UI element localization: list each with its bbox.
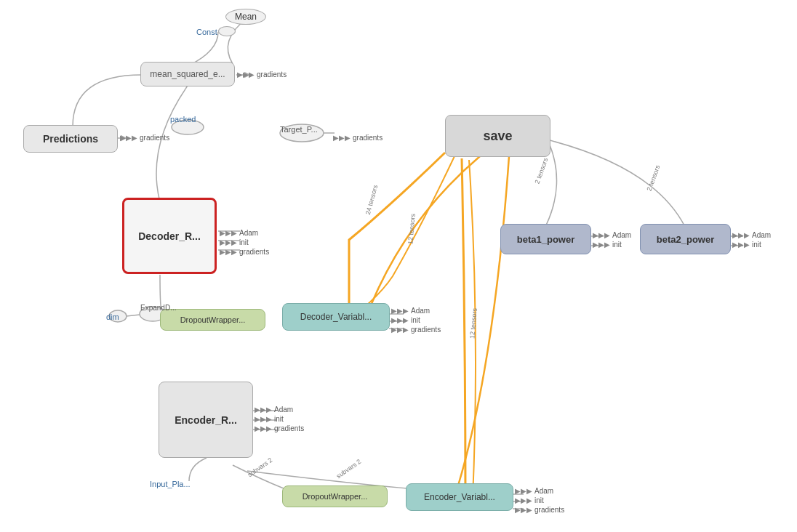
mean-squared-gradients: ▶▶▶ gradients	[237, 70, 287, 78]
save-node[interactable]: save	[445, 115, 550, 157]
edge-label-2tensors1: 2 tensors	[533, 157, 549, 185]
beta1-power-ports: ▶▶▶Adam ▶▶▶init	[593, 231, 631, 249]
edge-label-2tensors2: 2 tensors	[645, 164, 661, 192]
input-pla-label: Input_Pla...	[150, 480, 191, 488]
const-label: Const	[196, 28, 217, 36]
dropoutwrapper1-node[interactable]: DropoutWrapper...	[160, 309, 265, 331]
encoder-variabl-node[interactable]: Encoder_Variabl...	[406, 483, 513, 511]
edge-layer	[0, 0, 797, 532]
encoder-variabl-ports: ▶▶▶Adam ▶▶▶init ▶▶▶gradients	[515, 487, 564, 514]
expandd-label: ExpandD...	[140, 304, 176, 312]
predictions-node[interactable]: Predictions	[23, 125, 118, 153]
mean-node[interactable]: Mean	[225, 9, 266, 25]
decoder-variabl-node[interactable]: Decoder_Variabl...	[282, 303, 390, 331]
packed-label: packed	[170, 115, 196, 124]
target-gradients: ▶▶▶ gradients	[333, 134, 383, 142]
decoder-r-label: Decoder_R...	[138, 230, 201, 242]
edge-label-2tensors4: subvars 2	[335, 458, 363, 480]
decoder-r-ports: ▶▶▶Adam ▶▶▶init ▶▶▶gradients	[220, 229, 269, 256]
mean-label: Mean	[235, 12, 257, 22]
beta2-power-ports: ▶▶▶Adam ▶▶▶init	[732, 231, 771, 249]
const-ellipse	[218, 26, 236, 36]
edge-label-12tensors1: 12 tensors	[406, 214, 417, 245]
edge-label-2tensors3: subvars 2	[247, 456, 274, 479]
graph-canvas[interactable]: Mean Const mean_squared_e... ▶▶▶ gradien…	[0, 0, 797, 532]
encoder-r-node[interactable]: Encoder_R...	[159, 382, 253, 458]
predictions-gradients: ▶▶▶ gradients	[120, 134, 169, 142]
edge-label-24tensors: 24 tensors	[364, 184, 380, 215]
encoder-r-ports: ▶▶▶Adam ▶▶▶init ▶▶▶gradients	[255, 406, 304, 432]
decoder-variabl-ports: ▶▶▶Adam ▶▶▶init ▶▶▶gradients	[391, 307, 441, 334]
decoder-r-node[interactable]: Decoder_R...	[122, 198, 217, 274]
mean-squared-node[interactable]: mean_squared_e...	[140, 62, 235, 86]
beta1-power-node[interactable]: beta1_power	[500, 224, 591, 254]
dropoutwrapper2-node[interactable]: DropoutWrapper...	[282, 485, 388, 507]
dim-label: dim	[106, 313, 119, 321]
target-p-label: Target_P...	[280, 125, 318, 134]
beta2-power-node[interactable]: beta2_power	[640, 224, 731, 254]
edge-label-12tensors2: 12 tensors	[468, 308, 478, 339]
